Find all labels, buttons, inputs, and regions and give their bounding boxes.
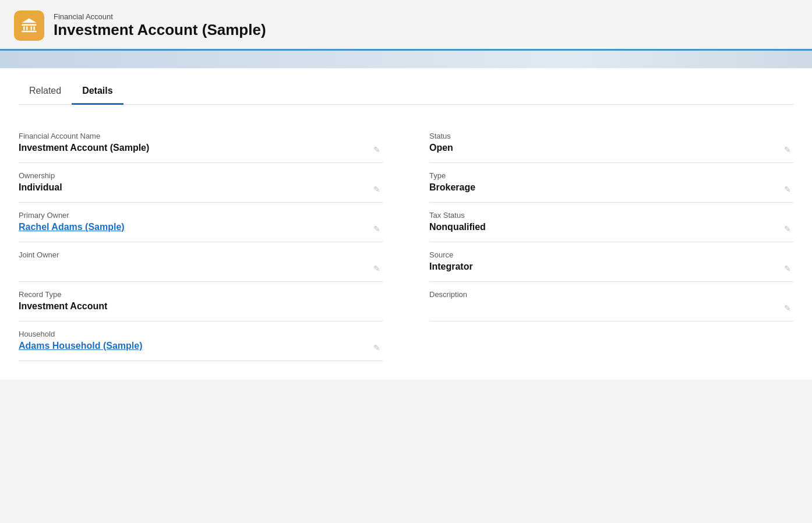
value-type: Brokerage [429, 182, 793, 196]
edit-tax-status[interactable]: ✎ [784, 224, 791, 234]
label-record-type: Record Type [19, 290, 383, 299]
label-source: Source [429, 250, 793, 259]
field-financial-account-name: Financial Account Name Investment Accoun… [19, 123, 383, 163]
edit-financial-account-name[interactable]: ✎ [373, 145, 380, 154]
edit-type[interactable]: ✎ [784, 185, 791, 194]
edit-description[interactable]: ✎ [784, 303, 791, 313]
edit-joint-owner[interactable]: ✎ [373, 264, 380, 273]
field-record-type: Record Type Investment Account [19, 282, 383, 321]
edit-status[interactable]: ✎ [784, 145, 791, 154]
label-financial-account-name: Financial Account Name [19, 132, 383, 140]
right-column: Status Open ✎ Type Brokerage ✎ Tax Statu… [429, 123, 793, 361]
label-ownership: Ownership [19, 171, 383, 180]
banner-strip [0, 51, 812, 68]
label-type: Type [429, 171, 793, 180]
tab-related[interactable]: Related [19, 80, 72, 105]
record-type-icon [14, 10, 44, 41]
header-text: Financial Account Investment Account (Sa… [54, 12, 266, 39]
label-primary-owner: Primary Owner [19, 211, 383, 220]
value-ownership: Individual [19, 182, 383, 196]
field-ownership: Ownership Individual ✎ [19, 163, 383, 203]
tab-details[interactable]: Details [72, 80, 123, 105]
value-household[interactable]: Adams Household (Sample) [19, 341, 383, 355]
value-joint-owner [19, 262, 383, 275]
label-tax-status: Tax Status [429, 211, 793, 220]
value-status: Open [429, 143, 793, 157]
header-subtitle: Financial Account [54, 12, 266, 21]
field-status: Status Open ✎ [429, 123, 793, 163]
page-header: Financial Account Investment Account (Sa… [0, 0, 812, 51]
field-description: Description ✎ [429, 282, 793, 321]
field-joint-owner: Joint Owner ✎ [19, 242, 383, 282]
label-joint-owner: Joint Owner [19, 250, 383, 259]
tabs: Related Details [19, 68, 793, 105]
left-column: Financial Account Name Investment Accoun… [19, 123, 383, 361]
field-household: Household Adams Household (Sample) ✎ [19, 321, 383, 361]
label-household: Household [19, 330, 383, 338]
field-tax-status: Tax Status Nonqualified ✎ [429, 203, 793, 242]
value-primary-owner[interactable]: Rachel Adams (Sample) [19, 222, 383, 236]
field-primary-owner: Primary Owner Rachel Adams (Sample) ✎ [19, 203, 383, 242]
value-financial-account-name: Investment Account (Sample) [19, 143, 383, 157]
header-title: Investment Account (Sample) [54, 21, 266, 39]
edit-ownership[interactable]: ✎ [373, 185, 380, 194]
value-tax-status: Nonqualified [429, 222, 793, 236]
edit-household[interactable]: ✎ [373, 343, 380, 352]
value-description [429, 301, 793, 315]
label-status: Status [429, 132, 793, 140]
value-source: Integrator [429, 262, 793, 275]
form-grid: Financial Account Name Investment Accoun… [19, 123, 793, 361]
value-record-type: Investment Account [19, 301, 383, 315]
field-type: Type Brokerage ✎ [429, 163, 793, 203]
label-description: Description [429, 290, 793, 299]
bank-icon [20, 17, 38, 34]
edit-source[interactable]: ✎ [784, 264, 791, 273]
content-area: Related Details Financial Account Name I… [0, 68, 812, 380]
edit-primary-owner[interactable]: ✎ [373, 224, 380, 234]
field-source: Source Integrator ✎ [429, 242, 793, 282]
